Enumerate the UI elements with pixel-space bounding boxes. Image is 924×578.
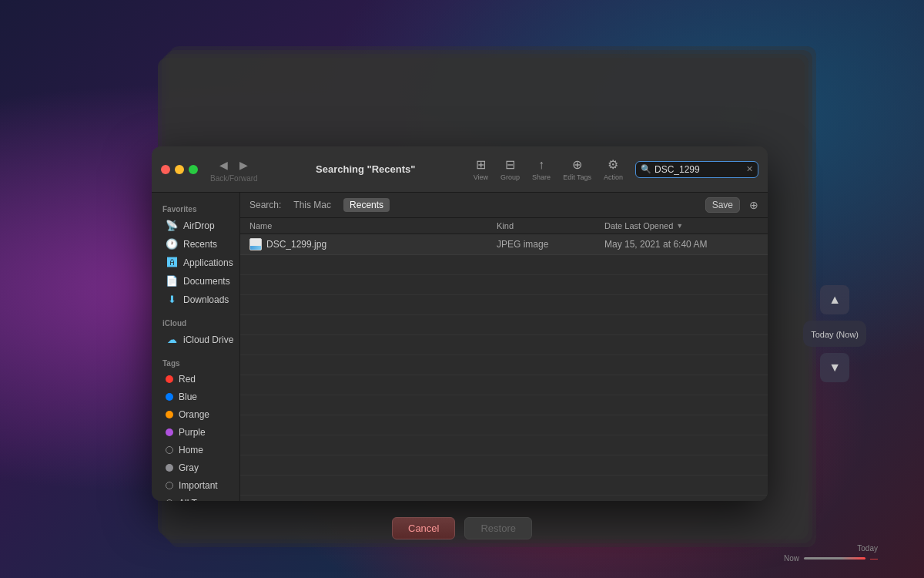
sidebar-item-airdrop[interactable]: 📡 AirDrop <box>155 217 236 234</box>
finder-window: ◀ ▶ Back/Forward Searching "Recents" ⊞ V… <box>152 146 768 501</box>
group-action[interactable]: ⊟ Group <box>500 157 520 181</box>
tag-home-label: Home <box>179 445 203 455</box>
action-label: Action <box>604 173 623 181</box>
search-scope-label: Search: <box>249 200 281 210</box>
sidebar-item-tag-purple[interactable]: Purple <box>155 424 236 441</box>
sidebar-item-airdrop-label: AirDrop <box>183 220 215 231</box>
share-action[interactable]: ↑ Share <box>532 158 551 181</box>
red-tag-dot <box>166 375 173 383</box>
important-tag-dot <box>166 482 173 489</box>
right-widgets: ▲ Today (Now) ▼ <box>803 285 866 382</box>
sidebar-item-tag-red[interactable]: Red <box>155 371 236 388</box>
file-area: Search: This Mac Recents Save ⊕ Name Kin… <box>240 193 768 501</box>
timeline-bar <box>804 557 865 560</box>
tag-blue-label: Blue <box>179 391 197 402</box>
sidebar-item-applications-label: Applications <box>183 257 233 268</box>
back-forward-nav: ◀ ▶ <box>215 156 253 174</box>
tag-all-tags-label: All Tags... <box>179 498 219 501</box>
icloud-drive-icon: ☁ <box>166 334 178 345</box>
table-row <box>240 476 768 496</box>
search-icon: 🔍 <box>641 164 651 174</box>
minimize-button[interactable] <box>175 165 184 174</box>
close-button[interactable] <box>161 165 170 174</box>
purple-tag-dot <box>166 428 173 436</box>
sidebar-item-icloud-drive-label: iCloud Drive <box>183 334 233 345</box>
column-date-header: Date Last Opened ▼ <box>604 221 758 230</box>
sidebar-item-tag-blue[interactable]: Blue <box>155 388 236 405</box>
save-button[interactable]: Save <box>705 197 740 213</box>
timeline-today-label: Today <box>857 544 878 553</box>
group-icon: ⊟ <box>505 157 515 172</box>
view-icon: ⊞ <box>476 157 486 172</box>
tag-important-label: Important <box>179 480 218 491</box>
jpeg-file-icon <box>249 238 262 250</box>
file-list: DSC_1299.jpg JPEG image May 15, 2021 at … <box>240 234 768 501</box>
edit-tags-action[interactable]: ⊕ Edit Tags <box>563 157 591 181</box>
toolbar: ◀ ▶ Back/Forward Searching "Recents" ⊞ V… <box>152 146 768 193</box>
up-arrow-icon: ▲ <box>829 293 841 307</box>
search-input-value[interactable]: DSC_1299 <box>654 164 743 175</box>
sidebar-item-applications[interactable]: 🅰 Applications <box>155 254 236 271</box>
bottom-buttons: Cancel Restore <box>0 517 924 539</box>
view-label: View <box>474 173 488 181</box>
back-button[interactable]: ◀ <box>215 156 233 174</box>
view-action[interactable]: ⊞ View <box>474 157 488 181</box>
scroll-down-button[interactable]: ▼ <box>820 353 849 382</box>
sidebar-item-tag-home[interactable]: Home <box>155 442 236 459</box>
table-row <box>240 375 768 395</box>
forward-button[interactable]: ▶ <box>235 156 253 174</box>
recents-icon: 🕐 <box>166 238 178 250</box>
add-search-button[interactable]: ⊕ <box>749 199 758 211</box>
share-icon: ↑ <box>538 158 544 172</box>
sidebar-item-recents-label: Recents <box>183 239 217 250</box>
file-kind: JPEG image <box>497 239 604 250</box>
sidebar-item-tag-orange[interactable]: Orange <box>155 406 236 423</box>
back-forward-label: Back/Forward <box>210 174 258 183</box>
sidebar-item-documents[interactable]: 📄 Documents <box>155 272 236 290</box>
sidebar-item-tag-gray[interactable]: Gray <box>155 459 236 476</box>
sidebar-item-tag-all-tags[interactable]: All Tags... <box>155 495 236 501</box>
sidebar-item-downloads[interactable]: ⬇ Downloads <box>155 291 236 308</box>
sidebar-item-documents-label: Documents <box>183 276 230 287</box>
home-tag-dot <box>166 446 173 454</box>
maximize-button[interactable] <box>189 165 198 174</box>
down-arrow-icon: ▼ <box>829 361 841 375</box>
table-row <box>240 315 768 335</box>
file-name: DSC_1299.jpg <box>266 239 497 250</box>
table-row <box>240 395 768 415</box>
sidebar-item-recents[interactable]: 🕐 Recents <box>155 235 236 253</box>
file-date: May 15, 2021 at 6:40 AM <box>604 239 758 250</box>
scope-recents-button[interactable]: Recents <box>343 198 390 212</box>
table-row <box>240 415 768 435</box>
column-headers: Name Kind Date Last Opened ▼ <box>240 218 768 234</box>
scroll-up-button[interactable]: ▲ <box>820 285 849 314</box>
content-area: Favorites 📡 AirDrop 🕐 Recents 🅰 Applicat… <box>152 193 768 501</box>
sidebar-item-icloud-drive[interactable]: ☁ iCloud Drive <box>155 331 236 348</box>
table-row <box>240 435 768 455</box>
table-row <box>240 275 768 295</box>
airdrop-icon: 📡 <box>166 220 178 231</box>
search-clear-button[interactable]: ✕ <box>746 164 753 174</box>
table-row <box>240 496 768 501</box>
table-row[interactable]: DSC_1299.jpg JPEG image May 15, 2021 at … <box>240 234 768 255</box>
cancel-button[interactable]: Cancel <box>392 517 455 539</box>
sidebar-item-downloads-label: Downloads <box>183 294 229 305</box>
tag-gray-label: Gray <box>179 462 199 473</box>
action-icon: ⚙ <box>608 157 618 172</box>
tag-purple-label: Purple <box>179 427 206 438</box>
scope-this-mac-button[interactable]: This Mac <box>287 198 337 212</box>
sidebar-item-tag-important[interactable]: Important <box>155 477 236 494</box>
icloud-section-label: iCloud <box>152 314 239 330</box>
window-controls <box>161 165 198 174</box>
tag-red-label: Red <box>179 374 196 385</box>
search-box[interactable]: 🔍 DSC_1299 ✕ <box>635 161 758 178</box>
share-label: Share <box>532 173 551 181</box>
sort-icon: ▼ <box>676 222 683 230</box>
documents-icon: 📄 <box>166 275 178 287</box>
restore-button[interactable]: Restore <box>464 517 532 539</box>
timeline-now-label: Now <box>784 554 799 563</box>
action-action[interactable]: ⚙ Action <box>604 157 623 181</box>
nav-section: ◀ ▶ Back/Forward <box>210 156 258 183</box>
table-row <box>240 335 768 355</box>
edit-tags-label: Edit Tags <box>563 173 591 181</box>
